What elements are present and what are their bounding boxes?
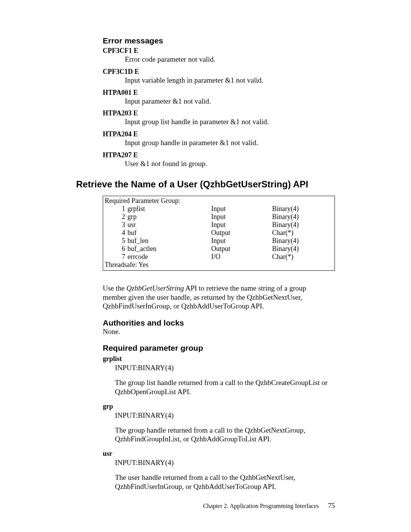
error-code: CPF3C1D E: [103, 68, 335, 76]
param-row: 1 grplist Input Binary(4): [105, 205, 333, 213]
param-row: 3 usr Input Binary(4): [105, 221, 333, 229]
param-num: 3: [105, 221, 127, 229]
error-item: HTPA207 E User &1 not found in group.: [103, 151, 335, 168]
page-footer: Chapter 2. Application Programming Inter…: [203, 502, 335, 510]
param-row: 2 grp Input Binary(4): [105, 213, 333, 221]
parambox-heading: Required Parameter Group:: [105, 197, 333, 205]
param-type: Char(*): [272, 253, 333, 261]
param-detail-name: usr: [103, 450, 331, 458]
threadsafe-line: Threadsafe: Yes: [105, 261, 333, 269]
param-io: Input: [211, 221, 272, 229]
param-num: 1: [105, 205, 127, 213]
param-detail-desc: The group handle returned from a call to…: [115, 426, 331, 444]
error-code: HTPA207 E: [103, 151, 335, 159]
param-detail: grp INPUT:BINARY(4) The group handle ret…: [103, 403, 331, 444]
param-num: 5: [105, 237, 127, 245]
error-desc: Input group list handle in parameter &1 …: [125, 118, 335, 126]
param-name: errcode: [127, 253, 211, 261]
param-type: Binary(4): [272, 205, 333, 213]
param-num: 6: [105, 245, 127, 253]
param-name: buf: [127, 229, 211, 237]
param-io: Input: [211, 213, 272, 221]
param-detail: usr INPUT:BINARY(4) The user handle retu…: [103, 450, 331, 491]
error-desc: User &1 not found in group.: [125, 160, 335, 168]
param-name: usr: [127, 221, 211, 229]
param-num: 2: [105, 213, 127, 221]
param-detail-desc: The user handle returned from a call to …: [115, 473, 331, 491]
param-name: buf_len: [127, 237, 211, 245]
param-detail-name: grp: [103, 403, 331, 411]
error-messages-heading: Error messages: [103, 36, 335, 45]
param-detail-desc: The group list handle returned from a ca…: [115, 378, 331, 396]
error-desc: Input variable length in parameter &1 no…: [125, 76, 335, 85]
param-type: Binary(4): [272, 245, 333, 253]
param-type: Binary(4): [272, 213, 333, 221]
param-io: I/O: [211, 253, 272, 261]
error-code: CPF3CF1 E: [103, 47, 335, 55]
error-item: HTPA204 E Input group handle in paramete…: [103, 130, 335, 147]
param-row: 5 buf_len Input Binary(4): [105, 237, 333, 245]
param-detail: grplist INPUT:BINARY(4) The group list h…: [103, 355, 331, 396]
error-item: CPF3C1D E Input variable length in param…: [103, 68, 335, 85]
error-code: HTPA203 E: [103, 109, 335, 117]
error-item: HTPA001 E Input parameter &1 not valid.: [103, 89, 335, 106]
param-io: Output: [211, 229, 272, 237]
param-row: 7 errcode I/O Char(*): [105, 253, 333, 261]
required-param-heading: Required parameter group: [103, 343, 335, 353]
error-desc: Input group handle in parameter &1 not v…: [125, 139, 335, 147]
param-num: 7: [105, 253, 127, 261]
api-title: Retrieve the Name of a User (QzhbGetUser…: [76, 179, 335, 190]
param-name: grp: [127, 213, 211, 221]
desc-pre: Use the: [103, 284, 126, 292]
param-io: Input: [211, 205, 272, 213]
api-description: Use the QzhbGetUserString API to retriev…: [103, 284, 331, 311]
param-type: Binary(4): [272, 221, 333, 229]
param-num: 4: [105, 229, 127, 237]
footer-chapter: Chapter 2. Application Programming Inter…: [203, 503, 319, 509]
param-name: buf_actlen: [127, 245, 211, 253]
authorities-heading: Authorities and locks: [103, 318, 335, 328]
param-detail-name: grplist: [103, 355, 331, 363]
param-detail-type: INPUT:BINARY(4): [115, 364, 331, 372]
param-type: Binary(4): [272, 237, 333, 245]
param-type: Char(*): [272, 229, 333, 237]
error-code: HTPA204 E: [103, 130, 335, 138]
param-name: grplist: [127, 205, 211, 213]
error-item: CPF3CF1 E Error code parameter not valid…: [103, 47, 335, 64]
param-io: Input: [211, 237, 272, 245]
error-code: HTPA001 E: [103, 89, 335, 97]
desc-ital: QzhbGetUserString: [126, 284, 184, 292]
param-row: 6 buf_actlen Output Binary(4): [105, 245, 333, 253]
footer-page-number: 75: [328, 502, 335, 510]
parameter-group-box: Required Parameter Group: 1 grplist Inpu…: [103, 196, 335, 271]
error-desc: Input parameter &1 not valid.: [125, 97, 335, 106]
error-item: HTPA203 E Input group list handle in par…: [103, 109, 335, 126]
param-io: Output: [211, 245, 272, 253]
param-row: 4 buf Output Char(*): [105, 229, 333, 237]
param-detail-type: INPUT:BINARY(4): [115, 459, 331, 467]
param-detail-type: INPUT:BINARY(4): [115, 411, 331, 420]
authorities-body: None.: [103, 328, 335, 336]
error-desc: Error code parameter not valid.: [125, 55, 335, 64]
